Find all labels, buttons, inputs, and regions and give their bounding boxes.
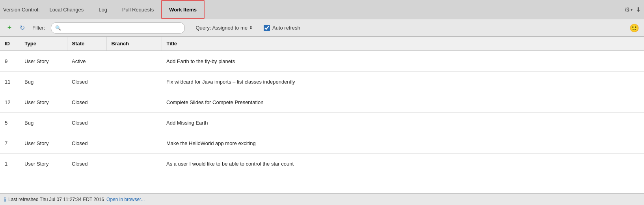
table-header-row: ID Type State Branch Title <box>0 37 644 51</box>
add-icon: + <box>7 24 12 32</box>
auto-refresh-area: Auto refresh <box>264 25 300 31</box>
table-row[interactable]: 9User StoryActiveAdd Earth to the fly-by… <box>0 51 644 71</box>
toolbar: + ↻ Filter: 🔍 Query: Assigned to me ⇕ Au… <box>0 19 644 37</box>
status-bar: ℹ Last refreshed Thu Jul 07 11:27:34 EDT… <box>0 193 644 205</box>
settings-button[interactable]: ⚙ ▾ <box>624 6 633 13</box>
auto-refresh-label: Auto refresh <box>272 25 300 31</box>
main-content: + ↻ Filter: 🔍 Query: Assigned to me ⇕ Au… <box>0 19 644 205</box>
tab-local-changes[interactable]: Local Changes <box>42 0 91 19</box>
status-text: Last refreshed Thu Jul 07 11:27:34 EDT 2… <box>8 197 104 202</box>
cell-state: Closed <box>67 133 106 153</box>
cell-type: Bug <box>20 112 67 133</box>
col-header-title: Title <box>162 37 644 51</box>
query-selector[interactable]: Query: Assigned to me ⇕ <box>196 25 253 31</box>
download-icon: ⬇ <box>636 6 641 13</box>
col-header-branch: Branch <box>106 37 162 51</box>
cell-title: As a user I would like to be able to con… <box>162 153 644 174</box>
cell-type: User Story <box>20 92 67 112</box>
table-row[interactable]: 12User StoryClosedComplete Slides for Co… <box>0 92 644 112</box>
cell-type: Bug <box>20 71 67 92</box>
filter-label: Filter: <box>32 25 45 31</box>
tab-bar-actions: ⚙ ▾ ⬇ <box>624 6 641 13</box>
query-text: Query: Assigned to me <box>196 25 248 31</box>
cell-branch <box>106 71 162 92</box>
work-items-table: ID Type State Branch Title 9User StoryAc… <box>0 37 644 174</box>
cell-state: Closed <box>67 92 106 112</box>
smiley-icon[interactable]: 🙂 <box>629 24 639 32</box>
gear-dropdown-arrow: ▾ <box>631 7 633 12</box>
col-header-state: State <box>67 37 106 51</box>
toolbar-right: 🙂 <box>629 23 639 33</box>
cell-state: Closed <box>67 71 106 92</box>
cell-id: 9 <box>0 51 20 71</box>
gear-icon: ⚙ <box>624 6 630 13</box>
cell-id: 7 <box>0 133 20 153</box>
col-header-id: ID <box>0 37 20 51</box>
table-row[interactable]: 1User StoryClosedAs a user I would like … <box>0 153 644 174</box>
cell-title: Make the HelloWorld app more exciting <box>162 133 644 153</box>
table-row[interactable]: 7User StoryClosedMake the HelloWorld app… <box>0 133 644 153</box>
cell-branch <box>106 153 162 174</box>
cell-id: 5 <box>0 112 20 133</box>
cell-id: 11 <box>0 71 20 92</box>
work-items-table-container: ID Type State Branch Title 9User StoryAc… <box>0 37 644 193</box>
cell-id: 1 <box>0 153 20 174</box>
cell-title: Fix wildcard for Java imports – list cla… <box>162 71 644 92</box>
cell-type: User Story <box>20 133 67 153</box>
download-button[interactable]: ⬇ <box>636 6 641 13</box>
open-in-browser-link[interactable]: Open in browser... <box>106 197 145 202</box>
add-button[interactable]: + <box>5 23 14 33</box>
cell-title: Add Earth to the fly-by planets <box>162 51 644 71</box>
cell-id: 12 <box>0 92 20 112</box>
search-input[interactable] <box>63 25 181 31</box>
query-arrow-icon: ⇕ <box>249 25 253 30</box>
search-icon: 🔍 <box>55 25 61 31</box>
cell-state: Closed <box>67 112 106 133</box>
cell-title: Add Missing Earth <box>162 112 644 133</box>
cell-state: Active <box>67 51 106 71</box>
cell-state: Closed <box>67 153 106 174</box>
cell-type: User Story <box>20 153 67 174</box>
tab-log[interactable]: Log <box>91 0 115 19</box>
cell-title: Complete Slides for Compete Presentation <box>162 92 644 112</box>
search-box: 🔍 <box>51 22 185 34</box>
cell-branch <box>106 112 162 133</box>
auto-refresh-checkbox[interactable] <box>264 25 270 31</box>
info-icon: ℹ <box>4 196 6 203</box>
col-header-type: Type <box>20 37 67 51</box>
table-row[interactable]: 5BugClosedAdd Missing Earth <box>0 112 644 133</box>
refresh-icon: ↻ <box>20 24 25 32</box>
tab-pull-requests[interactable]: Pull Requests <box>115 0 161 19</box>
tab-bar: Version Control: Local Changes Log Pull … <box>0 0 644 19</box>
cell-branch <box>106 133 162 153</box>
tab-work-items[interactable]: Work Items <box>161 0 205 19</box>
refresh-button[interactable]: ↻ <box>17 23 27 33</box>
version-control-label: Version Control: <box>3 7 40 13</box>
cell-type: User Story <box>20 51 67 71</box>
table-row[interactable]: 11BugClosedFix wildcard for Java imports… <box>0 71 644 92</box>
cell-branch <box>106 92 162 112</box>
cell-branch <box>106 51 162 71</box>
